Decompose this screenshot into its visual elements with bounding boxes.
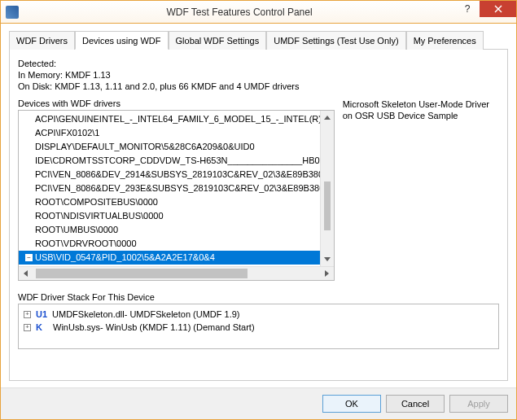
devices-listbox[interactable]: ACPI\GENUINEINTEL_-_INTEL64_FAMILY_6_MOD… xyxy=(18,110,335,281)
vertical-scrollbar[interactable] xyxy=(320,111,334,266)
list-item[interactable]: ROOT\VDRVROOT\0000 xyxy=(19,237,334,251)
close-icon xyxy=(494,5,502,13)
list-item-selected[interactable]: − USB\VID_0547&PID_1002\5&A2A2E17&0&4 xyxy=(19,251,334,265)
titlebar: WDF Test Features Control Panel ? xyxy=(1,1,516,24)
scroll-left-icon[interactable] xyxy=(19,267,33,280)
svg-marker-2 xyxy=(324,116,331,120)
close-button[interactable] xyxy=(480,1,516,17)
svg-marker-3 xyxy=(324,257,331,261)
scroll-right-icon[interactable] xyxy=(320,267,334,280)
plus-icon[interactable]: + xyxy=(24,311,31,318)
list-item[interactable]: ROOT\UMBUS\0000 xyxy=(19,223,334,237)
stack-text: UMDFSkeleton.dll- UMDFSkeleton (UMDF 1.9… xyxy=(52,308,239,321)
scroll-up-icon[interactable] xyxy=(321,111,334,125)
list-item[interactable]: ROOT\NDISVIRTUALBUS\0000 xyxy=(19,209,334,223)
detected-disk: On Disk: KMDF 1.13, 1.11 and 2.0, plus 6… xyxy=(18,81,499,92)
list-item[interactable]: DISPLAY\DEFAULT_MONITOR\5&28C6A209&0&UID… xyxy=(19,140,334,154)
dialog-buttons: OK Cancel Apply xyxy=(1,387,516,419)
scroll-thumb[interactable] xyxy=(36,269,248,278)
list-item[interactable]: ACPI\IFX0102\1 xyxy=(19,126,334,140)
list-item[interactable]: PCI\VEN_8086&DEV_2914&SUBSYS_2819103C&RE… xyxy=(19,168,334,182)
svg-marker-5 xyxy=(325,270,329,277)
tab-my-preferences[interactable]: My Preferences xyxy=(406,31,484,50)
scroll-thumb[interactable] xyxy=(324,182,331,230)
list-item[interactable]: ROOT\COMPOSITEBUS\0000 xyxy=(19,195,334,209)
selected-text: USB\VID_0547&PID_1002\5&A2A2E17&0&4 xyxy=(35,251,215,265)
detected-label: Detected: xyxy=(18,58,499,69)
app-icon xyxy=(6,6,19,19)
plus-icon[interactable]: + xyxy=(24,324,31,331)
tab-bar: WDF Drivers Devices using WDF Global WDF… xyxy=(9,30,508,50)
driver-stack-listbox[interactable]: + U1 UMDFSkeleton.dll- UMDFSkeleton (UMD… xyxy=(18,304,499,349)
tab-devices-using-wdf[interactable]: Devices using WDF xyxy=(75,31,169,50)
badge-k: K xyxy=(36,321,48,334)
tab-wdf-drivers[interactable]: WDF Drivers xyxy=(9,31,75,50)
list-item[interactable]: PCI\VEN_8086&DEV_293E&SUBSYS_2819103C&RE… xyxy=(19,182,334,195)
apply-button[interactable]: Apply xyxy=(449,395,508,413)
detected-block: Detected: In Memory: KMDF 1.13 On Disk: … xyxy=(18,58,499,92)
device-description: Microsoft Skeleton User-Mode Driver on O… xyxy=(343,98,499,281)
list-item[interactable]: IDE\CDROMTSSTCORP_CDDVDW_TS-H653N_______… xyxy=(19,154,334,168)
stack-text: WinUsb.sys- WinUsb (KMDF 1.11) (Demand S… xyxy=(53,321,255,334)
horizontal-scrollbar[interactable] xyxy=(19,266,334,280)
collapse-icon[interactable]: − xyxy=(25,254,33,261)
detected-memory: In Memory: KMDF 1.13 xyxy=(18,69,499,81)
stack-label: WDF Driver Stack For This Device xyxy=(18,292,499,302)
help-button[interactable]: ? xyxy=(455,1,480,17)
tab-umdf-settings[interactable]: UMDF Settings (Test Use Only) xyxy=(266,31,405,50)
tab-content: Detected: In Memory: KMDF 1.13 On Disk: … xyxy=(9,50,508,381)
devices-label: Devices with WDF drivers xyxy=(18,98,335,108)
cancel-button[interactable]: Cancel xyxy=(386,395,445,413)
ok-button[interactable]: OK xyxy=(322,395,381,413)
stack-row[interactable]: + U1 UMDFSkeleton.dll- UMDFSkeleton (UMD… xyxy=(24,308,493,321)
list-item[interactable]: ACPI\GENUINEINTEL_-_INTEL64_FAMILY_6_MOD… xyxy=(19,112,334,126)
svg-marker-4 xyxy=(24,270,28,277)
stack-row[interactable]: + K WinUsb.sys- WinUsb (KMDF 1.11) (Dema… xyxy=(24,321,493,334)
tab-global-wdf-settings[interactable]: Global WDF Settings xyxy=(169,31,267,50)
scroll-down-icon[interactable] xyxy=(321,252,334,266)
badge-u1: U1 xyxy=(36,308,47,321)
window-title: WDF Test Features Control Panel xyxy=(24,7,455,18)
